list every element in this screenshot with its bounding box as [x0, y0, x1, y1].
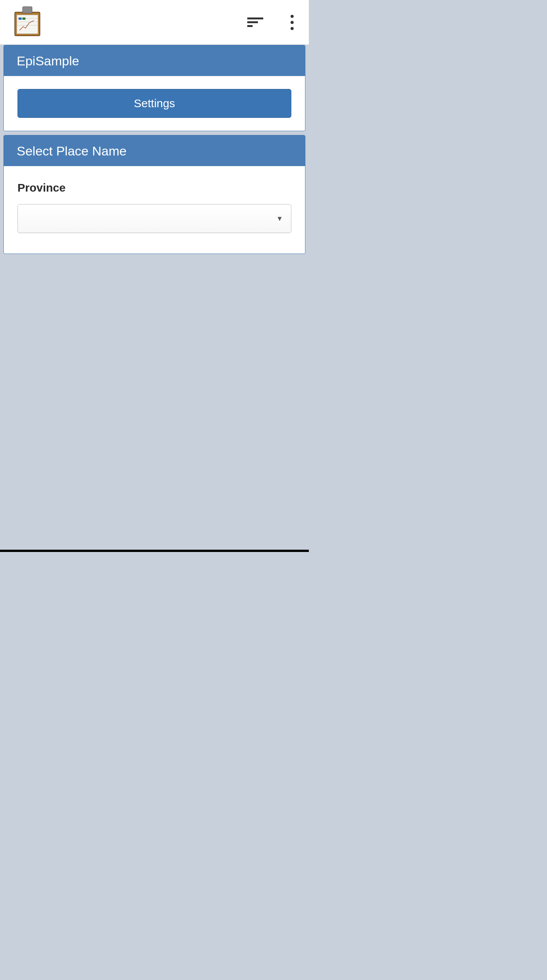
bottom-nav-bar	[0, 550, 309, 552]
province-select-wrapper: ▼	[17, 204, 291, 233]
more-vert-icon[interactable]	[287, 14, 296, 31]
select-place-panel-title: Select Place Name	[4, 135, 305, 166]
top-bar	[0, 0, 309, 45]
chart-line-icon	[19, 20, 35, 31]
content-area: EpiSample Settings Select Place Name Pro…	[0, 45, 309, 254]
province-label: Province	[17, 181, 291, 194]
sort-icon[interactable]	[247, 14, 264, 31]
select-place-panel: Select Place Name Province ▼	[3, 135, 305, 254]
episample-panel-title: EpiSample	[4, 45, 305, 76]
settings-button[interactable]: Settings	[17, 89, 291, 118]
app-clipboard-icon	[14, 9, 40, 36]
province-select[interactable]	[17, 204, 291, 233]
episample-panel: EpiSample Settings	[3, 45, 305, 131]
